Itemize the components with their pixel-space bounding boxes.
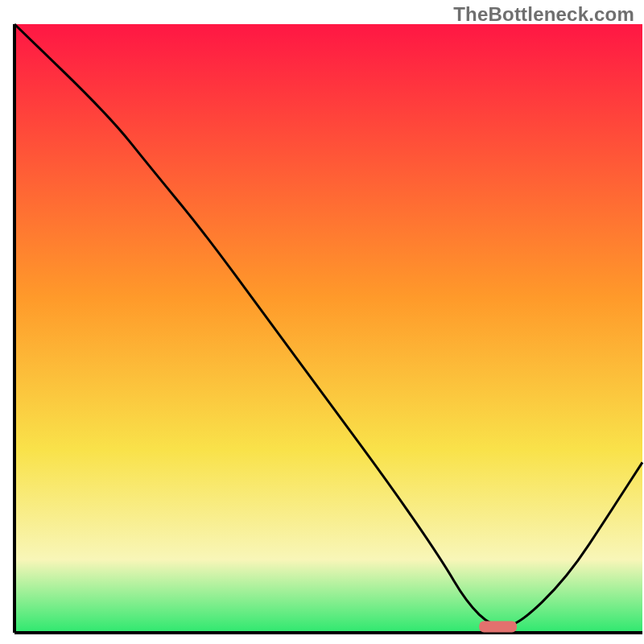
chart-root: TheBottleneck.com <box>0 0 644 644</box>
optimal-range-marker <box>479 621 517 632</box>
chart-plot <box>0 0 644 644</box>
plot-background <box>14 24 642 633</box>
watermark-label: TheBottleneck.com <box>453 3 634 26</box>
